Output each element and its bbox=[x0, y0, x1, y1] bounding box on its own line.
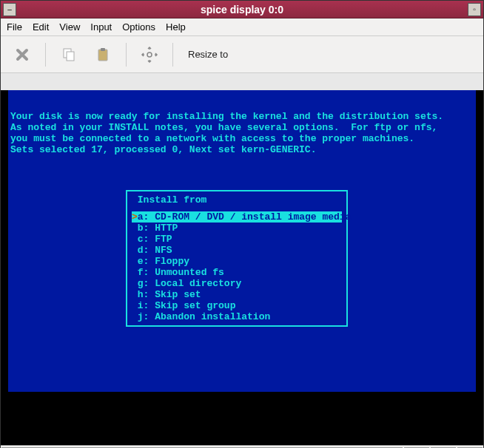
toolbar-separator bbox=[126, 43, 127, 67]
install-menu-item-d[interactable]: d: NFS bbox=[132, 245, 342, 256]
menu-item-label: g: Local directory bbox=[138, 278, 241, 289]
grab-button[interactable] bbox=[135, 41, 164, 69]
menu-edit[interactable]: Edit bbox=[33, 21, 49, 33]
svg-rect-3 bbox=[101, 48, 105, 51]
menu-item-label: e: Floppy bbox=[138, 256, 189, 267]
menu-item-label: h: Skip set bbox=[138, 289, 201, 300]
grab-icon bbox=[141, 46, 158, 64]
install-menu-item-b[interactable]: b: HTTP bbox=[132, 223, 342, 234]
svg-rect-1 bbox=[67, 52, 74, 61]
menu-item-label: j: Abandon installation bbox=[138, 311, 270, 322]
install-menu-item-j[interactable]: j: Abandon installation bbox=[132, 311, 342, 322]
console-text: Sets selected 17, processed 0, Next set … bbox=[10, 144, 474, 155]
statusbar: mouse: server, agent: no bbox=[1, 445, 483, 448]
toolbar: Resize to bbox=[1, 36, 483, 73]
resize-label[interactable]: Resize to bbox=[188, 49, 228, 60]
install-menu: Install from >a: CD-ROM / DVD / install … bbox=[126, 190, 348, 327]
toolbar-separator bbox=[172, 43, 173, 67]
console-text: Your disk is now ready for installing th… bbox=[10, 111, 474, 122]
menu-item-label: i: Skip set group bbox=[138, 300, 236, 311]
menu-item-label: d: NFS bbox=[138, 245, 172, 256]
install-menu-item-c[interactable]: c: FTP bbox=[132, 234, 342, 245]
window-maximize-button[interactable]: ▫ bbox=[468, 3, 481, 16]
menubar: File Edit View Input Options Help bbox=[1, 18, 483, 36]
menu-marker bbox=[132, 234, 138, 245]
install-menu-title: Install from bbox=[132, 194, 342, 206]
install-menu-item-a[interactable]: >a: CD-ROM / DVD / install image media bbox=[132, 211, 342, 223]
app-window: – spice display 0:0 ▫ File Edit View Inp… bbox=[0, 0, 484, 448]
menu-marker bbox=[132, 245, 138, 256]
menu-help[interactable]: Help bbox=[166, 21, 186, 33]
menu-marker bbox=[132, 289, 138, 300]
close-button[interactable] bbox=[8, 41, 36, 69]
menu-item-label: a: CD-ROM / DVD / install image media bbox=[138, 211, 352, 223]
copy-icon bbox=[61, 47, 77, 63]
install-menu-item-h[interactable]: h: Skip set bbox=[132, 289, 342, 300]
menu-marker bbox=[132, 267, 138, 278]
menu-file[interactable]: File bbox=[7, 21, 22, 33]
menu-marker bbox=[132, 311, 138, 322]
paste-icon bbox=[95, 47, 111, 63]
menu-item-label: b: HTTP bbox=[138, 223, 178, 234]
console-text: As noted in your INSTALL notes, you have… bbox=[10, 122, 474, 133]
svg-point-4 bbox=[147, 52, 152, 57]
titlebar[interactable]: – spice display 0:0 ▫ bbox=[1, 1, 483, 18]
menu-item-label: c: FTP bbox=[138, 234, 172, 245]
install-menu-item-i[interactable]: i: Skip set group bbox=[132, 300, 342, 311]
display-area[interactable]: Your disk is now ready for installing th… bbox=[1, 90, 483, 445]
window-menu-button[interactable]: – bbox=[3, 3, 16, 16]
menu-marker bbox=[132, 278, 138, 289]
menu-input[interactable]: Input bbox=[90, 21, 112, 33]
install-menu-item-f[interactable]: f: Unmounted fs bbox=[132, 267, 342, 278]
menu-options[interactable]: Options bbox=[122, 21, 155, 33]
window-title: spice display 0:0 bbox=[19, 4, 465, 16]
paste-button[interactable] bbox=[89, 41, 117, 69]
install-menu-item-g[interactable]: g: Local directory bbox=[132, 278, 342, 289]
menu-marker: > bbox=[132, 211, 138, 223]
svg-rect-2 bbox=[98, 50, 107, 61]
toolbar-separator bbox=[45, 43, 46, 67]
copy-button[interactable] bbox=[55, 41, 83, 69]
close-icon bbox=[14, 47, 30, 63]
menu-marker bbox=[132, 256, 138, 267]
menu-marker bbox=[132, 300, 138, 311]
console-text: you must be connected to a network with … bbox=[10, 133, 474, 144]
menu-marker bbox=[132, 223, 138, 234]
menu-view[interactable]: View bbox=[59, 21, 80, 33]
install-menu-item-e[interactable]: e: Floppy bbox=[132, 256, 342, 267]
console: Your disk is now ready for installing th… bbox=[8, 90, 476, 392]
menu-item-label: f: Unmounted fs bbox=[138, 267, 224, 278]
